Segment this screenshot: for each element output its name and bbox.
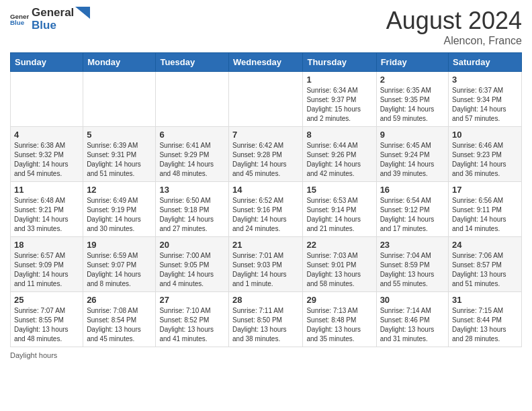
day-info: Sunrise: 7:06 AM Sunset: 8:57 PM Dayligh… (452, 251, 518, 289)
svg-marker-3 (75, 7, 90, 19)
day-number: 5 (87, 130, 152, 140)
calendar-cell: 29Sunrise: 7:13 AM Sunset: 8:48 PM Dayli… (303, 292, 376, 347)
calendar-week-1: 1Sunrise: 6:34 AM Sunset: 9:37 PM Daylig… (11, 72, 522, 127)
day-number: 13 (159, 185, 225, 195)
calendar-cell: 6Sunrise: 6:41 AM Sunset: 9:29 PM Daylig… (156, 127, 229, 182)
day-number: 30 (380, 295, 445, 305)
day-info: Sunrise: 7:15 AM Sunset: 8:44 PM Dayligh… (452, 306, 518, 344)
day-info: Sunrise: 6:59 AM Sunset: 9:07 PM Dayligh… (87, 251, 152, 289)
day-number: 8 (306, 130, 372, 140)
day-number: 23 (380, 240, 445, 250)
day-info: Sunrise: 6:50 AM Sunset: 9:18 PM Dayligh… (159, 196, 225, 234)
day-number: 21 (232, 240, 299, 250)
location-title: Alencon, France (386, 35, 522, 47)
day-number: 10 (452, 130, 518, 140)
calendar-cell (156, 72, 229, 127)
day-info: Sunrise: 6:35 AM Sunset: 9:35 PM Dayligh… (380, 86, 445, 124)
day-info: Sunrise: 7:04 AM Sunset: 8:59 PM Dayligh… (380, 251, 445, 289)
calendar-cell: 31Sunrise: 7:15 AM Sunset: 8:44 PM Dayli… (449, 292, 522, 347)
calendar-cell: 17Sunrise: 6:56 AM Sunset: 9:11 PM Dayli… (449, 182, 522, 237)
day-number: 28 (232, 295, 299, 305)
calendar-cell: 27Sunrise: 7:10 AM Sunset: 8:52 PM Dayli… (156, 292, 229, 347)
day-info: Sunrise: 6:57 AM Sunset: 9:09 PM Dayligh… (14, 251, 79, 289)
day-info: Sunrise: 6:37 AM Sunset: 9:34 PM Dayligh… (452, 86, 518, 124)
header-row: SundayMondayTuesdayWednesdayThursdayFrid… (11, 53, 522, 72)
day-number: 7 (232, 130, 299, 140)
header-day-sunday: Sunday (11, 53, 83, 72)
day-info: Sunrise: 7:07 AM Sunset: 8:55 PM Dayligh… (14, 306, 79, 344)
header-day-wednesday: Wednesday (229, 53, 303, 72)
day-number: 27 (159, 295, 225, 305)
month-title: August 2024 (386, 7, 522, 35)
calendar-week-2: 4Sunrise: 6:38 AM Sunset: 9:32 PM Daylig… (11, 127, 522, 182)
day-number: 29 (306, 295, 372, 305)
day-info: Sunrise: 6:52 AM Sunset: 9:16 PM Dayligh… (232, 196, 299, 234)
calendar-cell: 16Sunrise: 6:54 AM Sunset: 9:12 PM Dayli… (376, 182, 448, 237)
calendar-cell: 10Sunrise: 6:46 AM Sunset: 9:23 PM Dayli… (449, 127, 522, 182)
calendar-cell: 13Sunrise: 6:50 AM Sunset: 9:18 PM Dayli… (156, 182, 229, 237)
day-info: Sunrise: 6:39 AM Sunset: 9:31 PM Dayligh… (87, 141, 152, 179)
day-number: 17 (452, 185, 518, 195)
day-number: 20 (159, 240, 225, 250)
logo: General Blue General Blue (10, 7, 90, 32)
day-info: Sunrise: 6:41 AM Sunset: 9:29 PM Dayligh… (159, 141, 225, 179)
day-info: Sunrise: 7:13 AM Sunset: 8:48 PM Dayligh… (306, 306, 372, 344)
calendar-cell: 11Sunrise: 6:48 AM Sunset: 9:21 PM Dayli… (11, 182, 83, 237)
logo-triangle-icon (75, 7, 90, 19)
calendar-cell: 7Sunrise: 6:42 AM Sunset: 9:28 PM Daylig… (229, 127, 303, 182)
day-number: 25 (14, 295, 79, 305)
day-number: 3 (452, 75, 518, 85)
day-info: Sunrise: 7:10 AM Sunset: 8:52 PM Dayligh… (159, 306, 225, 344)
day-info: Sunrise: 7:14 AM Sunset: 8:46 PM Dayligh… (380, 306, 445, 344)
header-day-saturday: Saturday (449, 53, 522, 72)
calendar-cell: 5Sunrise: 6:39 AM Sunset: 9:31 PM Daylig… (83, 127, 156, 182)
logo-general-text: General (32, 7, 74, 19)
day-info: Sunrise: 7:00 AM Sunset: 9:05 PM Dayligh… (159, 251, 225, 289)
day-info: Sunrise: 6:54 AM Sunset: 9:12 PM Dayligh… (380, 196, 445, 234)
calendar-cell: 19Sunrise: 6:59 AM Sunset: 9:07 PM Dayli… (83, 237, 156, 292)
day-number: 1 (306, 75, 372, 85)
day-info: Sunrise: 7:03 AM Sunset: 9:01 PM Dayligh… (306, 251, 372, 289)
title-area: August 2024 Alencon, France (386, 7, 522, 47)
day-number: 11 (14, 185, 79, 195)
header-day-monday: Monday (83, 53, 156, 72)
calendar-cell: 26Sunrise: 7:08 AM Sunset: 8:54 PM Dayli… (83, 292, 156, 347)
calendar-table: SundayMondayTuesdayWednesdayThursdayFrid… (10, 52, 522, 347)
day-number: 24 (452, 240, 518, 250)
day-number: 14 (232, 185, 299, 195)
calendar-cell: 25Sunrise: 7:07 AM Sunset: 8:55 PM Dayli… (11, 292, 83, 347)
calendar-week-4: 18Sunrise: 6:57 AM Sunset: 9:09 PM Dayli… (11, 237, 522, 292)
day-info: Sunrise: 6:46 AM Sunset: 9:23 PM Dayligh… (452, 141, 518, 179)
calendar-cell: 9Sunrise: 6:45 AM Sunset: 9:24 PM Daylig… (376, 127, 448, 182)
day-number: 12 (87, 185, 152, 195)
calendar-cell: 4Sunrise: 6:38 AM Sunset: 9:32 PM Daylig… (11, 127, 83, 182)
logo-blue-text: Blue (32, 19, 56, 32)
calendar-cell: 12Sunrise: 6:49 AM Sunset: 9:19 PM Dayli… (83, 182, 156, 237)
daylight-hours-label: Daylight hours (10, 351, 57, 359)
day-number: 19 (87, 240, 152, 250)
day-info: Sunrise: 6:48 AM Sunset: 9:21 PM Dayligh… (14, 196, 79, 234)
calendar-cell (83, 72, 156, 127)
calendar-cell: 23Sunrise: 7:04 AM Sunset: 8:59 PM Dayli… (376, 237, 448, 292)
calendar-cell: 20Sunrise: 7:00 AM Sunset: 9:05 PM Dayli… (156, 237, 229, 292)
header: General Blue General Blue August 2024 Al… (10, 7, 522, 47)
calendar-cell (229, 72, 303, 127)
day-number: 4 (14, 130, 79, 140)
calendar-cell: 14Sunrise: 6:52 AM Sunset: 9:16 PM Dayli… (229, 182, 303, 237)
day-info: Sunrise: 6:44 AM Sunset: 9:26 PM Dayligh… (306, 141, 372, 179)
calendar-cell: 24Sunrise: 7:06 AM Sunset: 8:57 PM Dayli… (449, 237, 522, 292)
day-info: Sunrise: 7:08 AM Sunset: 8:54 PM Dayligh… (87, 306, 152, 344)
day-info: Sunrise: 7:11 AM Sunset: 8:50 PM Dayligh… (232, 306, 299, 344)
day-number: 9 (380, 130, 445, 140)
calendar-cell: 28Sunrise: 7:11 AM Sunset: 8:50 PM Dayli… (229, 292, 303, 347)
calendar-cell: 30Sunrise: 7:14 AM Sunset: 8:46 PM Dayli… (376, 292, 448, 347)
day-number: 31 (452, 295, 518, 305)
header-day-friday: Friday (376, 53, 448, 72)
svg-text:Blue: Blue (10, 19, 25, 26)
day-number: 6 (159, 130, 225, 140)
calendar-cell: 1Sunrise: 6:34 AM Sunset: 9:37 PM Daylig… (303, 72, 376, 127)
day-number: 2 (380, 75, 445, 85)
day-info: Sunrise: 7:01 AM Sunset: 9:03 PM Dayligh… (232, 251, 299, 289)
day-info: Sunrise: 6:45 AM Sunset: 9:24 PM Dayligh… (380, 141, 445, 179)
calendar-cell: 18Sunrise: 6:57 AM Sunset: 9:09 PM Dayli… (11, 237, 83, 292)
